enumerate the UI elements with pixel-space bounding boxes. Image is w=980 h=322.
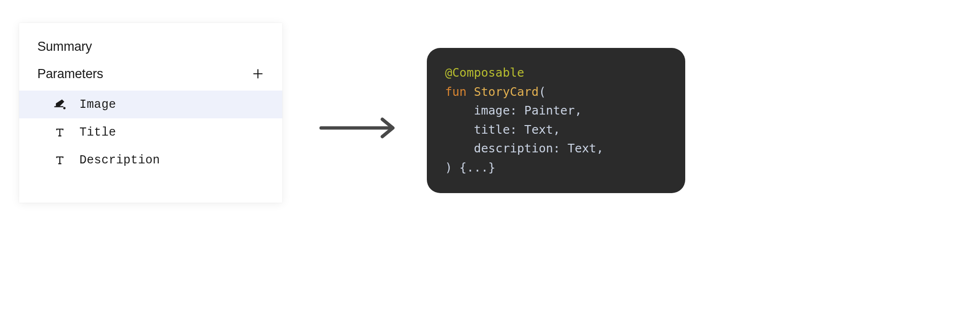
parameters-header: Parameters <box>19 63 282 91</box>
arrow-right-icon <box>317 116 399 141</box>
parameters-section-title[interactable]: Parameters <box>37 67 103 81</box>
code-param-line: image: Painter, <box>445 104 582 117</box>
code-open-paren: ( <box>539 85 546 99</box>
parameter-label: Description <box>79 153 160 167</box>
code-close: ) {...} <box>445 161 495 174</box>
svg-point-2 <box>63 107 66 109</box>
plus-icon <box>252 68 264 80</box>
paint-fill-icon <box>53 97 67 112</box>
summary-section-title[interactable]: Summary <box>19 23 282 63</box>
code-param-line: description: Text, <box>445 141 603 155</box>
parameter-row-image[interactable]: Image <box>19 91 282 118</box>
parameter-label: Image <box>79 98 116 112</box>
add-parameter-button[interactable] <box>250 66 266 82</box>
text-icon <box>53 153 67 167</box>
code-block: @Composable fun StoryCard( image: Painte… <box>427 48 685 193</box>
parameter-row-description[interactable]: Description <box>19 146 282 174</box>
code-param-line: title: Text, <box>445 123 560 137</box>
parameters-panel: Summary Parameters Image Title <box>19 23 282 203</box>
code-annotation: @Composable <box>445 66 524 80</box>
code-keyword-fun: fun <box>445 85 467 99</box>
code-function-name: StoryCard <box>474 85 538 99</box>
parameter-row-title[interactable]: Title <box>19 118 282 146</box>
parameter-label: Title <box>79 126 116 139</box>
text-icon <box>53 125 67 139</box>
